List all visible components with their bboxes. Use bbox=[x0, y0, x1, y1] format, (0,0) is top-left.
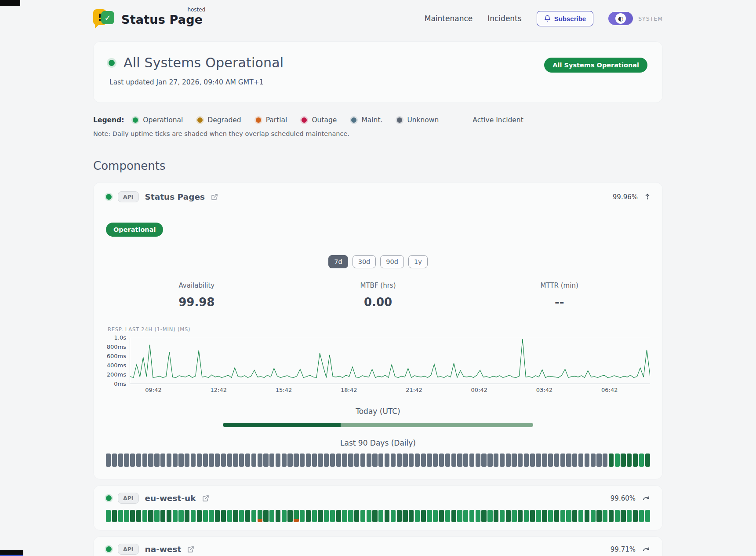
collapse-icon[interactable] bbox=[645, 193, 650, 201]
uptime-tick[interactable] bbox=[215, 510, 220, 522]
uptime-tick[interactable] bbox=[621, 510, 625, 522]
uptime-tick[interactable] bbox=[548, 454, 553, 467]
uptime-tick[interactable] bbox=[415, 454, 420, 467]
uptime-tick[interactable] bbox=[287, 454, 292, 467]
uptime-tick[interactable] bbox=[154, 454, 159, 467]
uptime-tick[interactable] bbox=[112, 510, 117, 522]
uptime-tick[interactable] bbox=[130, 454, 135, 467]
uptime-tick[interactable] bbox=[585, 454, 589, 467]
uptime-tick[interactable] bbox=[178, 454, 183, 467]
uptime-tick[interactable] bbox=[524, 454, 529, 467]
uptime-tick[interactable] bbox=[130, 510, 135, 522]
brand-logo[interactable]: ! ✓ Status Page hosted bbox=[93, 8, 203, 29]
uptime-tick[interactable] bbox=[276, 510, 280, 522]
uptime-tick[interactable] bbox=[360, 510, 365, 522]
uptime-tick[interactable] bbox=[609, 510, 614, 522]
uptime-tick[interactable] bbox=[233, 454, 238, 467]
uptime-tick[interactable] bbox=[148, 510, 153, 522]
uptime-tick[interactable] bbox=[627, 454, 632, 467]
uptime-tick[interactable] bbox=[530, 454, 535, 467]
uptime-tick[interactable] bbox=[203, 454, 208, 467]
uptime-tick[interactable] bbox=[457, 510, 462, 522]
uptime-tick[interactable] bbox=[367, 510, 371, 522]
uptime-tick[interactable] bbox=[209, 510, 214, 522]
uptime-tick[interactable] bbox=[481, 510, 486, 522]
uptime-tick[interactable] bbox=[421, 510, 426, 522]
uptime-tick[interactable] bbox=[209, 454, 214, 467]
uptime-tick[interactable] bbox=[409, 510, 414, 522]
uptime-tick[interactable] bbox=[324, 454, 329, 467]
uptime-tick[interactable] bbox=[360, 454, 365, 467]
uptime-tick[interactable] bbox=[397, 454, 402, 467]
uptime-tick[interactable] bbox=[627, 510, 632, 522]
uptime-tick[interactable] bbox=[481, 454, 486, 467]
uptime-tick[interactable] bbox=[542, 454, 547, 467]
uptime-tick[interactable] bbox=[269, 510, 274, 522]
uptime-tick[interactable] bbox=[124, 454, 129, 467]
uptime-tick[interactable] bbox=[185, 454, 189, 467]
uptime-tick[interactable] bbox=[372, 454, 377, 467]
uptime-tick[interactable] bbox=[645, 454, 650, 467]
uptime-tick[interactable] bbox=[463, 510, 468, 522]
uptime-tick[interactable] bbox=[463, 454, 468, 467]
uptime-tick[interactable] bbox=[118, 510, 123, 522]
uptime-tick[interactable] bbox=[348, 510, 353, 522]
uptime-tick[interactable] bbox=[439, 510, 444, 522]
uptime-tick[interactable] bbox=[409, 454, 414, 467]
uptime-tick[interactable] bbox=[233, 510, 238, 522]
uptime-tick[interactable] bbox=[451, 454, 456, 467]
uptime-tick[interactable] bbox=[403, 454, 407, 467]
uptime-tick[interactable] bbox=[197, 510, 202, 522]
uptime-tick[interactable] bbox=[633, 510, 638, 522]
uptime-tick[interactable] bbox=[191, 454, 196, 467]
uptime-tick[interactable] bbox=[227, 454, 232, 467]
uptime-tick[interactable] bbox=[621, 454, 625, 467]
uptime-tick[interactable] bbox=[282, 510, 287, 522]
uptime-tick[interactable] bbox=[566, 510, 571, 522]
uptime-tick[interactable] bbox=[518, 510, 523, 522]
uptime-tick[interactable] bbox=[294, 510, 298, 522]
uptime-tick[interactable] bbox=[294, 454, 298, 467]
uptime-tick[interactable] bbox=[136, 454, 141, 467]
uptime-tick[interactable] bbox=[330, 510, 335, 522]
uptime-tick[interactable] bbox=[585, 510, 589, 522]
uptime-tick[interactable] bbox=[639, 510, 644, 522]
uptime-tick[interactable] bbox=[263, 454, 268, 467]
nav-item-incidents[interactable]: Incidents bbox=[487, 14, 521, 23]
uptime-tick[interactable] bbox=[282, 454, 287, 467]
uptime-tick[interactable] bbox=[269, 454, 274, 467]
uptime-tick[interactable] bbox=[203, 510, 208, 522]
uptime-tick[interactable] bbox=[403, 510, 407, 522]
uptime-tick[interactable] bbox=[191, 510, 196, 522]
uptime-tick[interactable] bbox=[530, 510, 535, 522]
uptime-tick[interactable] bbox=[336, 454, 341, 467]
uptime-tick[interactable] bbox=[476, 510, 480, 522]
uptime-tick[interactable] bbox=[536, 510, 541, 522]
uptime-tick[interactable] bbox=[560, 510, 565, 522]
uptime-tick[interactable] bbox=[427, 454, 432, 467]
uptime-tick[interactable] bbox=[154, 510, 159, 522]
uptime-tick[interactable] bbox=[112, 454, 117, 467]
uptime-tick[interactable] bbox=[318, 454, 323, 467]
uptime-tick[interactable] bbox=[645, 510, 650, 522]
uptime-tick[interactable] bbox=[487, 510, 492, 522]
uptime-tick[interactable] bbox=[239, 510, 244, 522]
uptime-tick[interactable] bbox=[245, 510, 250, 522]
uptime-tick[interactable] bbox=[494, 454, 498, 467]
external-link-icon[interactable] bbox=[187, 546, 194, 553]
uptime-tick[interactable] bbox=[548, 510, 553, 522]
uptime-tick[interactable] bbox=[391, 454, 396, 467]
uptime-tick[interactable] bbox=[106, 510, 111, 522]
uptime-tick[interactable] bbox=[427, 510, 432, 522]
uptime-tick[interactable] bbox=[348, 454, 353, 467]
uptime-tick[interactable] bbox=[300, 510, 305, 522]
uptime-tick[interactable] bbox=[385, 454, 389, 467]
range-button-7d[interactable]: 7d bbox=[328, 255, 348, 268]
uptime-tick[interactable] bbox=[306, 510, 311, 522]
uptime-tick[interactable] bbox=[148, 454, 153, 467]
uptime-tick[interactable] bbox=[415, 510, 420, 522]
uptime-tick[interactable] bbox=[560, 454, 565, 467]
theme-toggle[interactable]: ◐ bbox=[608, 12, 633, 25]
uptime-tick[interactable] bbox=[378, 454, 383, 467]
subscribe-button[interactable]: Subscribe bbox=[537, 11, 594, 26]
